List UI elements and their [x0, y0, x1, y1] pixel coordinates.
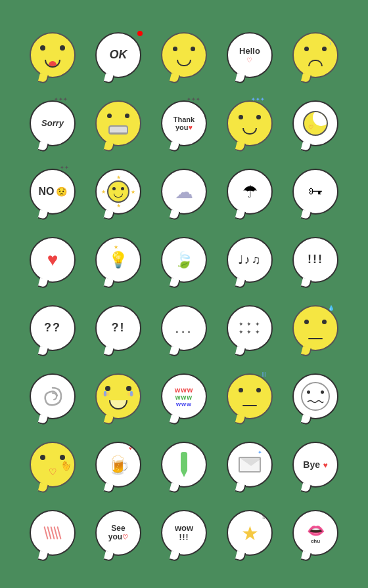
cell-kiss[interactable]: ♡ ✋	[20, 430, 85, 499]
emoji-grid: OK Hello ♡ i	[14, 16, 354, 572]
hello-text: Hello	[239, 47, 260, 56]
umbrella-icon: ☂	[242, 182, 258, 202]
cell-envelope[interactable]: ✦	[217, 430, 283, 499]
seeyou-you: you♡	[108, 533, 128, 541]
sparkle-sorry: ✦✦✦	[54, 96, 68, 102]
cell-beer[interactable]: ♥ 🍺	[85, 430, 151, 499]
cell-bulb[interactable]: ★ ★ ★ 💡	[85, 226, 151, 294]
bye-text: Bye	[303, 459, 320, 470]
cell-wow[interactable]: wow !!!	[151, 499, 217, 567]
starburst-bottom: ✦ ✦ ✦	[239, 329, 261, 335]
cell-www[interactable]: www www www	[151, 362, 217, 430]
swirl-icon	[40, 384, 65, 409]
cell-nervous[interactable]	[283, 362, 348, 430]
red-dot	[137, 31, 143, 36]
cell-swirl[interactable]	[20, 362, 85, 430]
beer-icon: 🍺	[107, 454, 130, 476]
cell-seeyou[interactable]: See you♡	[85, 499, 151, 567]
cell-sunface[interactable]: ★ ★ ★ ★	[85, 158, 151, 226]
star-icon: ★	[241, 522, 259, 545]
question-text: ??	[44, 322, 61, 335]
cell-lips[interactable]: 👄 chu	[283, 499, 348, 567]
cell-pencil[interactable]	[151, 430, 217, 499]
cell-music[interactable]: ♩♪♫	[217, 226, 283, 294]
cell-hello[interactable]: Hello ♡	[217, 21, 283, 89]
beer-heart: ♥	[129, 446, 132, 452]
leaf-icon: 🍃	[174, 251, 194, 269]
cell-question[interactable]: ??	[20, 294, 85, 362]
cell-smile-plain[interactable]	[151, 21, 217, 89]
wow-text: wow	[175, 524, 193, 533]
envelope-marks: ✦	[258, 450, 262, 455]
cell-heart[interactable]: ♥	[20, 226, 85, 294]
cell-umbrella[interactable]: ☂	[217, 158, 283, 226]
envelope-icon	[239, 457, 261, 472]
cell-sweat[interactable]: 💧	[283, 294, 348, 362]
cell-sorry[interactable]: ✦✦✦ Sorry	[20, 89, 85, 158]
sorry-text: Sorry	[41, 119, 64, 128]
heart-icon: ♥	[47, 249, 58, 270]
cell-starburst[interactable]: ✦ ✦ ✦ ✦ ✦ ✦	[217, 294, 283, 362]
bye-heart: ♥	[323, 461, 328, 470]
wow-exclaim: !!!	[175, 534, 193, 542]
exclaim-text: !!!	[308, 253, 323, 266]
www-text: www www www	[175, 386, 194, 408]
ok-text: OK	[110, 49, 127, 62]
cell-lines[interactable]	[20, 499, 85, 567]
cell-bye[interactable]: Bye ♥	[283, 430, 348, 499]
marks-neutral: |||	[262, 371, 266, 377]
cell-shine[interactable]: ✦✦✦	[217, 89, 283, 158]
cell-moon[interactable]: ♡	[283, 89, 348, 158]
cell-leaf[interactable]: 🍃	[151, 226, 217, 294]
thankyou-you: you♥	[173, 123, 195, 131]
pencil-icon	[181, 452, 187, 477]
cell-cloud[interactable]: ☁	[151, 158, 217, 226]
lines-icon	[45, 526, 60, 539]
music-icon: ♩♪♫	[238, 253, 262, 267]
sweat-drop: 💧	[328, 305, 334, 311]
sparkle-thankyou: ✦✦✦	[187, 96, 200, 102]
hello-heart: ♡	[239, 56, 260, 64]
cell-qi[interactable]: ?!	[85, 294, 151, 362]
star-marks: ||	[262, 514, 265, 518]
lips-icon: 👄 chu	[307, 522, 325, 544]
thankyou-text: Thank	[173, 116, 195, 123]
starburst-top: ✦ ✦ ✦	[239, 321, 261, 327]
cell-neutral[interactable]: |||	[217, 362, 283, 430]
qi-text: ?!	[112, 322, 126, 335]
sparkle-no: ✦✦	[60, 165, 69, 171]
cell-dots[interactable]: ...	[151, 294, 217, 362]
cell-exclaim[interactable]: !!!	[283, 226, 348, 294]
dots-text: ...	[175, 320, 193, 337]
keys-icon: 🗝	[308, 183, 323, 200]
no-emoji: 😟	[56, 186, 67, 197]
shine-marks: ✦✦✦	[251, 96, 265, 102]
cell-star[interactable]: || ★	[217, 499, 283, 567]
cell-no[interactable]: ✦✦ NO 😟	[20, 158, 85, 226]
cell-thankyou[interactable]: ✦✦✦ Thank you♥	[151, 89, 217, 158]
cell-mask[interactable]	[85, 89, 151, 158]
cloud-icon: ☁	[175, 181, 193, 203]
cell-keys[interactable]: 🗝	[283, 158, 348, 226]
cell-ok[interactable]: OK	[85, 21, 151, 89]
cell-laugh-cry[interactable]	[85, 362, 151, 430]
no-text: NO	[39, 186, 55, 198]
cell-smile-tongue[interactable]	[20, 21, 85, 89]
cell-sad[interactable]: i	[283, 21, 348, 89]
